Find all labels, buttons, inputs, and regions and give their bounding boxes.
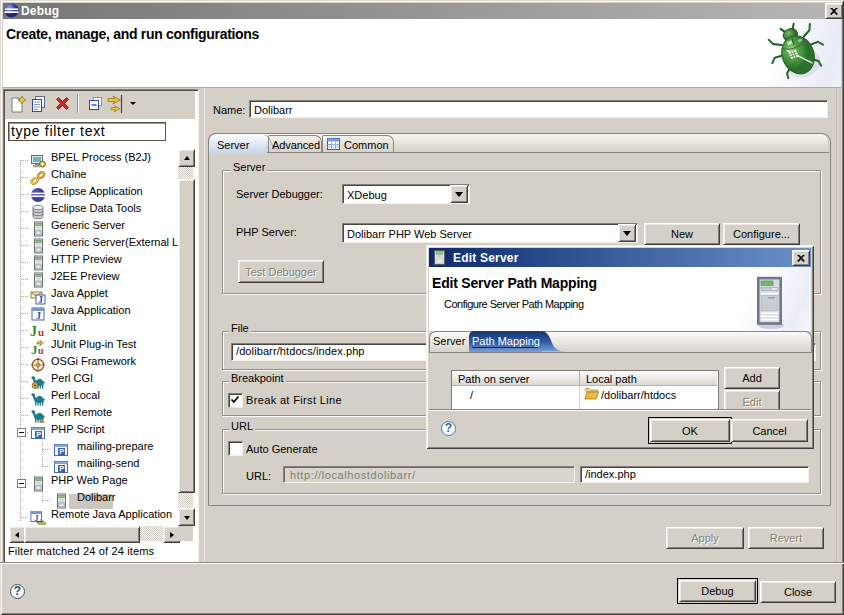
svg-text:u: u — [38, 344, 44, 355]
svg-text:J: J — [38, 294, 43, 305]
svg-text:P: P — [36, 430, 41, 439]
svg-text:P: P — [59, 447, 64, 456]
svg-text:u: u — [38, 326, 44, 338]
svg-text:J: J — [30, 324, 37, 339]
svg-text:J: J — [36, 310, 41, 321]
